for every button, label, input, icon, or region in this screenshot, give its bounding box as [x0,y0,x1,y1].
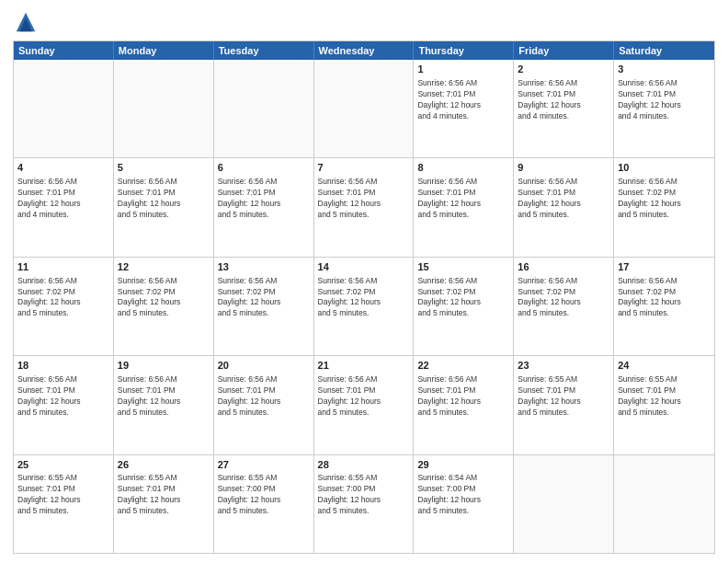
day-info: Sunrise: 6:56 AM Sunset: 7:01 PM Dayligh… [218,177,310,221]
day-number: 14 [318,260,410,274]
day-info: Sunrise: 6:56 AM Sunset: 7:02 PM Dayligh… [518,276,609,320]
weekday-header-saturday: Saturday [614,41,714,60]
cal-cell: 4Sunrise: 6:56 AM Sunset: 7:01 PM Daylig… [14,158,114,256]
day-number: 16 [518,260,609,274]
cal-cell: 14Sunrise: 6:56 AM Sunset: 7:02 PM Dayli… [314,258,415,355]
cal-cell [514,455,614,553]
day-number: 10 [618,161,711,175]
day-number: 3 [618,63,711,76]
day-info: Sunrise: 6:55 AM Sunset: 7:01 PM Dayligh… [118,473,210,517]
day-number: 2 [518,63,609,76]
day-info: Sunrise: 6:56 AM Sunset: 7:01 PM Dayligh… [318,374,410,419]
day-number: 28 [318,458,410,472]
day-info: Sunrise: 6:56 AM Sunset: 7:02 PM Dayligh… [318,276,410,320]
cal-cell: 26Sunrise: 6:55 AM Sunset: 7:01 PM Dayli… [114,455,214,553]
day-info: Sunrise: 6:55 AM Sunset: 7:01 PM Dayligh… [618,374,711,419]
day-number: 24 [618,359,711,373]
day-info: Sunrise: 6:56 AM Sunset: 7:01 PM Dayligh… [318,177,410,221]
day-info: Sunrise: 6:56 AM Sunset: 7:01 PM Dayligh… [17,177,109,221]
day-info: Sunrise: 6:55 AM Sunset: 7:01 PM Dayligh… [518,374,609,419]
day-info: Sunrise: 6:56 AM Sunset: 7:01 PM Dayligh… [17,374,109,419]
day-info: Sunrise: 6:55 AM Sunset: 7:01 PM Dayligh… [17,473,109,517]
header [13,9,715,35]
day-number: 21 [318,359,410,373]
weekday-header-tuesday: Tuesday [214,41,314,60]
day-info: Sunrise: 6:56 AM Sunset: 7:01 PM Dayligh… [218,374,310,419]
day-info: Sunrise: 6:56 AM Sunset: 7:01 PM Dayligh… [417,78,509,122]
day-number: 6 [218,161,310,175]
calendar-header: SundayMondayTuesdayWednesdayThursdayFrid… [14,41,714,60]
cal-cell: 7Sunrise: 6:56 AM Sunset: 7:01 PM Daylig… [314,158,415,256]
day-info: Sunrise: 6:56 AM Sunset: 7:02 PM Dayligh… [417,276,509,320]
cal-cell: 23Sunrise: 6:55 AM Sunset: 7:01 PM Dayli… [514,356,614,454]
day-info: Sunrise: 6:56 AM Sunset: 7:01 PM Dayligh… [118,177,210,221]
weekday-header-thursday: Thursday [414,41,514,60]
cal-cell: 21Sunrise: 6:56 AM Sunset: 7:01 PM Dayli… [314,356,415,454]
calendar-row-1: 4Sunrise: 6:56 AM Sunset: 7:01 PM Daylig… [14,157,714,256]
calendar-body: 1Sunrise: 6:56 AM Sunset: 7:01 PM Daylig… [14,60,714,553]
cal-cell: 6Sunrise: 6:56 AM Sunset: 7:01 PM Daylig… [214,158,314,256]
logo-icon [13,9,39,35]
weekday-header-sunday: Sunday [14,41,114,60]
day-number: 18 [17,359,109,373]
day-number: 27 [218,458,310,472]
day-info: Sunrise: 6:56 AM Sunset: 7:01 PM Dayligh… [618,78,711,122]
cal-cell: 28Sunrise: 6:55 AM Sunset: 7:00 PM Dayli… [314,455,415,553]
day-number: 29 [417,458,509,472]
day-info: Sunrise: 6:56 AM Sunset: 7:02 PM Dayligh… [118,276,210,320]
cal-cell: 8Sunrise: 6:56 AM Sunset: 7:01 PM Daylig… [414,158,514,256]
weekday-header-friday: Friday [514,41,614,60]
day-number: 7 [318,161,410,175]
day-info: Sunrise: 6:54 AM Sunset: 7:00 PM Dayligh… [417,473,509,517]
day-info: Sunrise: 6:56 AM Sunset: 7:01 PM Dayligh… [518,177,609,221]
cal-cell: 10Sunrise: 6:56 AM Sunset: 7:02 PM Dayli… [614,158,714,256]
cal-cell: 22Sunrise: 6:56 AM Sunset: 7:01 PM Dayli… [414,356,514,454]
calendar-row-3: 18Sunrise: 6:56 AM Sunset: 7:01 PM Dayli… [14,355,714,454]
cal-cell: 20Sunrise: 6:56 AM Sunset: 7:01 PM Dayli… [214,356,314,454]
cal-cell: 1Sunrise: 6:56 AM Sunset: 7:01 PM Daylig… [414,60,514,157]
day-info: Sunrise: 6:56 AM Sunset: 7:02 PM Dayligh… [618,177,711,221]
day-number: 17 [618,260,711,274]
weekday-header-monday: Monday [114,41,214,60]
day-number: 5 [118,161,210,175]
cal-cell: 2Sunrise: 6:56 AM Sunset: 7:01 PM Daylig… [514,60,614,157]
day-number: 26 [118,458,210,472]
cal-cell: 19Sunrise: 6:56 AM Sunset: 7:01 PM Dayli… [114,356,214,454]
cal-cell: 3Sunrise: 6:56 AM Sunset: 7:01 PM Daylig… [614,60,714,157]
day-info: Sunrise: 6:56 AM Sunset: 7:01 PM Dayligh… [518,78,609,122]
day-number: 19 [118,359,210,373]
cal-cell: 16Sunrise: 6:56 AM Sunset: 7:02 PM Dayli… [514,258,614,355]
day-number: 12 [118,260,210,274]
day-info: Sunrise: 6:55 AM Sunset: 7:00 PM Dayligh… [218,473,310,517]
cal-cell [214,60,314,157]
cal-cell [114,60,214,157]
cal-cell [14,60,114,157]
cal-cell: 13Sunrise: 6:56 AM Sunset: 7:02 PM Dayli… [214,258,314,355]
cal-cell: 9Sunrise: 6:56 AM Sunset: 7:01 PM Daylig… [514,158,614,256]
cal-cell: 17Sunrise: 6:56 AM Sunset: 7:02 PM Dayli… [614,258,714,355]
day-number: 15 [417,260,509,274]
day-info: Sunrise: 6:56 AM Sunset: 7:02 PM Dayligh… [618,276,711,320]
day-number: 22 [417,359,509,373]
cal-cell: 29Sunrise: 6:54 AM Sunset: 7:00 PM Dayli… [414,455,514,553]
calendar: SundayMondayTuesdayWednesdayThursdayFrid… [13,40,715,554]
cal-cell: 24Sunrise: 6:55 AM Sunset: 7:01 PM Dayli… [614,356,714,454]
day-number: 4 [17,161,109,175]
calendar-row-0: 1Sunrise: 6:56 AM Sunset: 7:01 PM Daylig… [14,60,714,157]
day-info: Sunrise: 6:56 AM Sunset: 7:01 PM Dayligh… [417,374,509,419]
day-number: 8 [417,161,509,175]
day-number: 1 [417,63,509,76]
cal-cell: 15Sunrise: 6:56 AM Sunset: 7:02 PM Dayli… [414,258,514,355]
day-number: 23 [518,359,609,373]
day-info: Sunrise: 6:56 AM Sunset: 7:01 PM Dayligh… [417,177,509,221]
day-number: 20 [218,359,310,373]
page: SundayMondayTuesdayWednesdayThursdayFrid… [0,0,728,563]
logo [13,9,42,35]
cal-cell: 25Sunrise: 6:55 AM Sunset: 7:01 PM Dayli… [14,455,114,553]
day-info: Sunrise: 6:56 AM Sunset: 7:02 PM Dayligh… [218,276,310,320]
day-info: Sunrise: 6:56 AM Sunset: 7:02 PM Dayligh… [17,276,109,320]
day-number: 9 [518,161,609,175]
day-number: 25 [17,458,109,472]
cal-cell: 5Sunrise: 6:56 AM Sunset: 7:01 PM Daylig… [114,158,214,256]
day-info: Sunrise: 6:55 AM Sunset: 7:00 PM Dayligh… [318,473,410,517]
